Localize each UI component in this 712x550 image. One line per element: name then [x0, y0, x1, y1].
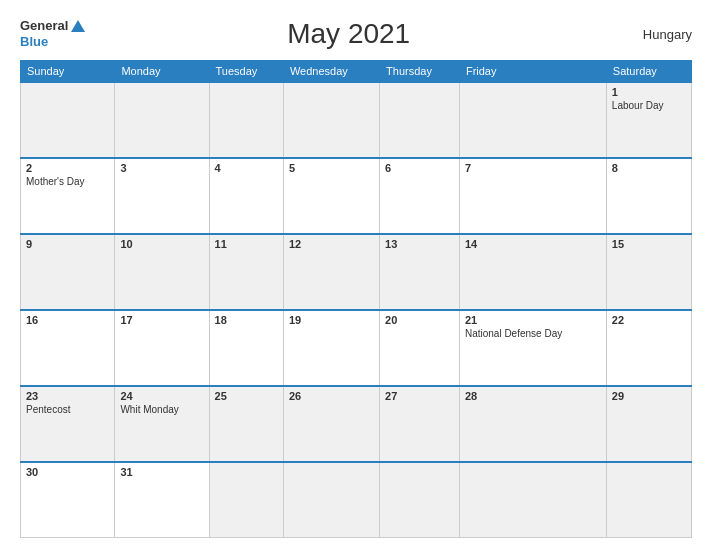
day-number: 15 — [612, 238, 686, 250]
day-number: 4 — [215, 162, 278, 174]
week-row-3: 161718192021National Defense Day22 — [21, 310, 692, 386]
day-cell: 6 — [380, 158, 460, 234]
day-number: 26 — [289, 390, 374, 402]
day-cell: 5 — [283, 158, 379, 234]
day-cell — [380, 82, 460, 158]
calendar-table: Sunday Monday Tuesday Wednesday Thursday… — [20, 60, 692, 538]
day-cell: 12 — [283, 234, 379, 310]
day-number: 19 — [289, 314, 374, 326]
day-cell — [459, 82, 606, 158]
day-cell — [209, 82, 283, 158]
day-number: 11 — [215, 238, 278, 250]
header-tuesday: Tuesday — [209, 61, 283, 83]
day-cell: 8 — [606, 158, 691, 234]
day-number: 1 — [612, 86, 686, 98]
logo-triangle-icon — [71, 20, 85, 32]
day-number: 18 — [215, 314, 278, 326]
calendar-page: General Blue May 2021 Hungary Sunday Mon… — [0, 0, 712, 550]
day-cell: 17 — [115, 310, 209, 386]
day-cell: 2Mother's Day — [21, 158, 115, 234]
day-event: National Defense Day — [465, 327, 601, 340]
day-cell: 4 — [209, 158, 283, 234]
day-cell: 26 — [283, 386, 379, 462]
day-number: 9 — [26, 238, 109, 250]
day-number: 2 — [26, 162, 109, 174]
day-cell: 20 — [380, 310, 460, 386]
day-cell: 13 — [380, 234, 460, 310]
day-number: 21 — [465, 314, 601, 326]
day-cell — [606, 462, 691, 538]
header-friday: Friday — [459, 61, 606, 83]
day-number: 6 — [385, 162, 454, 174]
day-event: Pentecost — [26, 403, 109, 416]
day-cell: 27 — [380, 386, 460, 462]
day-number: 3 — [120, 162, 203, 174]
day-number: 29 — [612, 390, 686, 402]
day-number: 7 — [465, 162, 601, 174]
day-cell: 29 — [606, 386, 691, 462]
day-number: 24 — [120, 390, 203, 402]
day-number: 20 — [385, 314, 454, 326]
calendar-title: May 2021 — [85, 18, 612, 50]
day-cell: 7 — [459, 158, 606, 234]
day-number: 28 — [465, 390, 601, 402]
day-cell: 23Pentecost — [21, 386, 115, 462]
day-cell: 14 — [459, 234, 606, 310]
day-cell: 15 — [606, 234, 691, 310]
logo: General Blue — [20, 18, 85, 49]
day-cell — [283, 462, 379, 538]
day-cell: 21National Defense Day — [459, 310, 606, 386]
day-event: Whit Monday — [120, 403, 203, 416]
day-number: 30 — [26, 466, 109, 478]
day-cell: 22 — [606, 310, 691, 386]
day-cell: 30 — [21, 462, 115, 538]
day-cell: 24Whit Monday — [115, 386, 209, 462]
day-number: 14 — [465, 238, 601, 250]
day-cell: 11 — [209, 234, 283, 310]
day-cell: 10 — [115, 234, 209, 310]
day-number: 23 — [26, 390, 109, 402]
day-number: 13 — [385, 238, 454, 250]
day-cell: 25 — [209, 386, 283, 462]
day-number: 16 — [26, 314, 109, 326]
day-event: Labour Day — [612, 99, 686, 112]
week-row-4: 23Pentecost24Whit Monday2526272829 — [21, 386, 692, 462]
day-cell: 16 — [21, 310, 115, 386]
day-cell: 9 — [21, 234, 115, 310]
country-label: Hungary — [612, 27, 692, 42]
logo-blue-text: Blue — [20, 34, 48, 50]
days-header-row: Sunday Monday Tuesday Wednesday Thursday… — [21, 61, 692, 83]
week-row-2: 9101112131415 — [21, 234, 692, 310]
day-number: 5 — [289, 162, 374, 174]
day-number: 12 — [289, 238, 374, 250]
day-cell: 18 — [209, 310, 283, 386]
day-number: 8 — [612, 162, 686, 174]
day-event: Mother's Day — [26, 175, 109, 188]
day-number: 27 — [385, 390, 454, 402]
week-row-1: 2Mother's Day345678 — [21, 158, 692, 234]
day-cell: 31 — [115, 462, 209, 538]
day-cell: 19 — [283, 310, 379, 386]
header-monday: Monday — [115, 61, 209, 83]
day-cell — [380, 462, 460, 538]
day-cell: 28 — [459, 386, 606, 462]
day-cell — [115, 82, 209, 158]
day-number: 31 — [120, 466, 203, 478]
week-row-0: 1Labour Day — [21, 82, 692, 158]
logo-general-text: General — [20, 18, 68, 34]
header-sunday: Sunday — [21, 61, 115, 83]
header: General Blue May 2021 Hungary — [20, 18, 692, 50]
week-row-5: 3031 — [21, 462, 692, 538]
header-saturday: Saturday — [606, 61, 691, 83]
day-cell — [283, 82, 379, 158]
day-cell — [21, 82, 115, 158]
day-cell — [209, 462, 283, 538]
day-cell: 1Labour Day — [606, 82, 691, 158]
logo-general: General — [20, 18, 85, 34]
day-number: 22 — [612, 314, 686, 326]
header-wednesday: Wednesday — [283, 61, 379, 83]
day-cell — [459, 462, 606, 538]
header-thursday: Thursday — [380, 61, 460, 83]
day-number: 17 — [120, 314, 203, 326]
day-cell: 3 — [115, 158, 209, 234]
